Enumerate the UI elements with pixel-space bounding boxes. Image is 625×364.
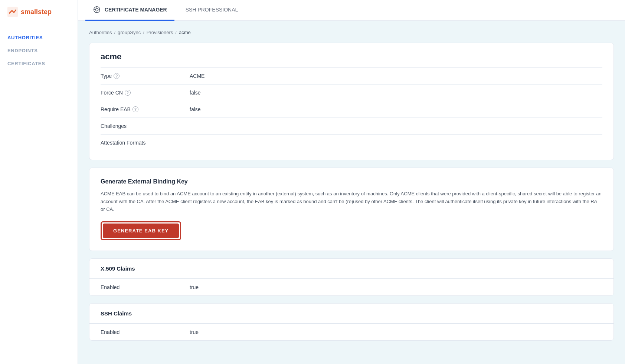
breadcrumb-provisioners[interactable]: Provisioners: [147, 30, 173, 35]
info-help-require-eab[interactable]: ?: [132, 106, 138, 112]
logo: smallstep: [0, 0, 78, 24]
eab-description: ACME EAB can be used to bind an ACME acc…: [101, 190, 602, 213]
sidebar-nav: AUTHORITIES ENDPOINTS CERTIFICATES: [0, 24, 78, 77]
sidebar-item-authorities[interactable]: AUTHORITIES: [0, 31, 78, 44]
info-value-force-cn: false: [190, 90, 201, 96]
breadcrumb-authorities[interactable]: Authorities: [89, 30, 112, 35]
sidebar-item-endpoints[interactable]: ENDPOINTS: [0, 44, 78, 57]
x509-claims-card: X.509 Claims Enabled true: [89, 258, 614, 296]
x509-claims-title: X.509 Claims: [89, 259, 613, 279]
ssh-claims-title: SSH Claims: [89, 304, 613, 324]
breadcrumb-sep-1: /: [114, 30, 115, 35]
info-row-challenges: Challenges: [101, 118, 602, 134]
main-content: CERTIFICATE MANAGER SSH PROFESSIONAL Aut…: [78, 0, 625, 364]
info-value-type: ACME: [190, 73, 204, 79]
ssh-claims-card: SSH Claims Enabled true: [89, 303, 614, 341]
breadcrumb-current: acme: [179, 30, 191, 35]
provisioner-card-inner: acme Type ? ACME Force CN ? false: [89, 43, 613, 160]
x509-claims-row-enabled: Enabled true: [89, 279, 613, 295]
svg-point-2: [95, 8, 98, 11]
info-help-type[interactable]: ?: [114, 73, 120, 79]
provisioner-name: acme: [101, 52, 602, 62]
ssh-enabled-value: true: [190, 329, 199, 335]
breadcrumb-sep-3: /: [175, 30, 177, 35]
info-row-require-eab: Require EAB ? false: [101, 101, 602, 118]
breadcrumb-sep-2: /: [143, 30, 144, 35]
breadcrumb-groupsync[interactable]: groupSync: [118, 30, 141, 35]
info-label-challenges: Challenges: [101, 123, 182, 129]
tab-certificate-manager[interactable]: CERTIFICATE MANAGER: [85, 0, 174, 21]
info-row-force-cn: Force CN ? false: [101, 84, 602, 101]
tab-ssh-professional[interactable]: SSH PROFESSIONAL: [178, 0, 246, 21]
info-label-require-eab-text: Require EAB: [101, 106, 131, 112]
ssh-claims-row-enabled: Enabled true: [89, 324, 613, 340]
info-label-force-cn-text: Force CN: [101, 90, 123, 96]
provisioner-details-card: acme Type ? ACME Force CN ? false: [89, 43, 614, 160]
info-label-type-text: Type: [101, 73, 112, 79]
ssh-enabled-label: Enabled: [101, 329, 182, 335]
logo-text: smallstep: [21, 8, 52, 16]
page-content: Authorities / groupSync / Provisioners /…: [78, 21, 625, 364]
generate-eab-button-wrapper: GENERATE EAB KEY: [101, 221, 181, 240]
info-label-attestation-text: Attestation Formats: [101, 140, 145, 146]
certificate-manager-icon: [93, 6, 101, 14]
top-navigation: CERTIFICATE MANAGER SSH PROFESSIONAL: [78, 0, 625, 21]
x509-enabled-value: true: [190, 284, 199, 290]
tab-cert-manager-label: CERTIFICATE MANAGER: [105, 7, 167, 13]
info-label-attestation: Attestation Formats: [101, 140, 182, 146]
info-row-type: Type ? ACME: [101, 67, 602, 84]
info-label-challenges-text: Challenges: [101, 123, 127, 129]
info-label-require-eab: Require EAB ?: [101, 106, 182, 112]
info-label-force-cn: Force CN ?: [101, 90, 182, 96]
sidebar: smallstep AUTHORITIES ENDPOINTS CERTIFIC…: [0, 0, 78, 364]
eab-title: Generate External Binding Key: [101, 178, 602, 185]
smallstep-logo-icon: [7, 7, 18, 17]
generate-eab-card: Generate External Binding Key ACME EAB c…: [89, 168, 614, 251]
generate-eab-button[interactable]: GENERATE EAB KEY: [103, 224, 179, 238]
x509-enabled-label: Enabled: [101, 284, 182, 290]
info-row-attestation: Attestation Formats: [101, 134, 602, 151]
info-help-force-cn[interactable]: ?: [125, 90, 131, 96]
tab-ssh-label: SSH PROFESSIONAL: [186, 7, 238, 13]
info-label-type: Type ?: [101, 73, 182, 79]
breadcrumb: Authorities / groupSync / Provisioners /…: [89, 30, 614, 35]
sidebar-item-certificates[interactable]: CERTIFICATES: [0, 57, 78, 70]
info-value-require-eab: false: [190, 106, 201, 112]
